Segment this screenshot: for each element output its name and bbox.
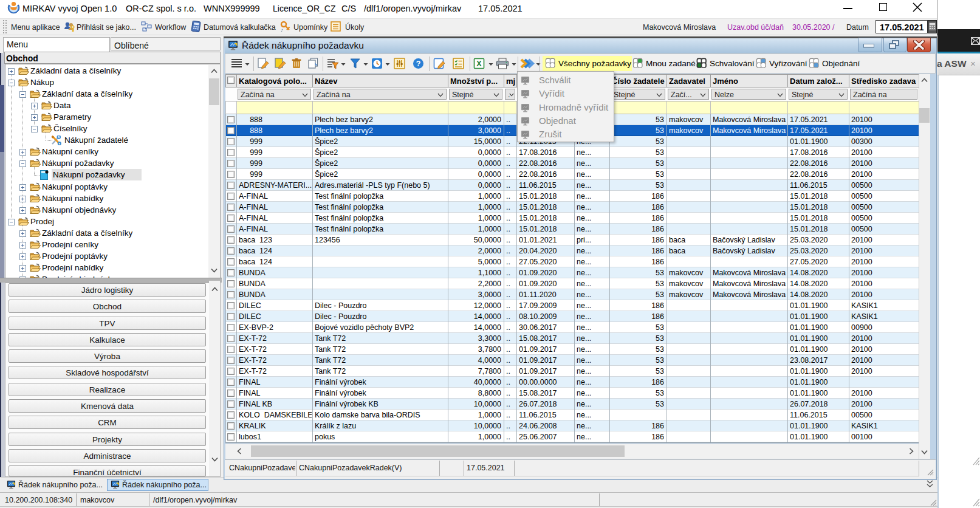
svg-text:?: ?	[416, 60, 421, 68]
svg-text:X: X	[476, 60, 482, 68]
